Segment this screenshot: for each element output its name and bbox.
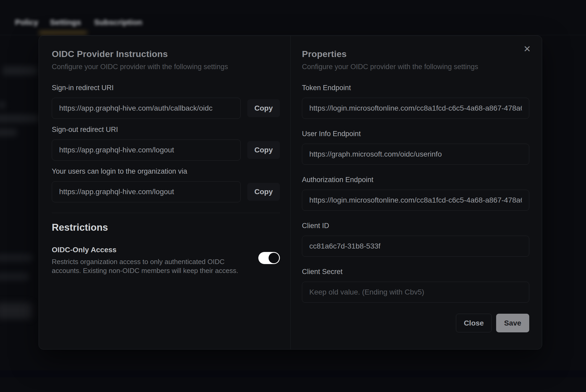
oidc-settings-dialog: ✕ OIDC Provider Instructions Configure y… bbox=[39, 35, 542, 349]
sign-out-redirect-uri-input[interactable] bbox=[52, 140, 241, 161]
blurred-background-text bbox=[0, 115, 39, 122]
sign-in-redirect-uri-row: Copy bbox=[52, 98, 280, 119]
properties-title: Properties bbox=[302, 49, 529, 59]
oidc-only-access-text: OIDC-Only Access Restricts organization … bbox=[52, 246, 251, 275]
properties-subtitle: Configure your OIDC provider with the fo… bbox=[302, 63, 529, 71]
blurred-background-text bbox=[3, 66, 37, 75]
oidc-only-access-description: Restricts organization access to only au… bbox=[52, 257, 251, 275]
user-info-endpoint-label: User Info Endpoint bbox=[302, 130, 529, 137]
close-button[interactable]: Close bbox=[456, 314, 492, 332]
token-endpoint-label: Token Endpoint bbox=[302, 84, 529, 91]
token-endpoint-input[interactable] bbox=[302, 98, 529, 119]
instructions-title: OIDC Provider Instructions bbox=[52, 49, 280, 59]
organization-login-uri-row: Copy bbox=[52, 181, 280, 202]
sign-out-redirect-uri-label: Sign-out redirect URI bbox=[52, 126, 280, 133]
client-id-label: Client ID bbox=[302, 222, 529, 229]
copy-sign-out-uri-button[interactable]: Copy bbox=[247, 141, 280, 159]
blurred-background-text bbox=[0, 129, 17, 136]
user-info-endpoint-row bbox=[302, 144, 529, 165]
blurred-background-text bbox=[0, 254, 33, 262]
properties-column: Properties Configure your OIDC provider … bbox=[291, 36, 542, 349]
active-tab-underline bbox=[39, 32, 87, 34]
blurred-background-bullet bbox=[0, 101, 5, 108]
sign-in-redirect-uri-label: Sign-in redirect URI bbox=[52, 84, 280, 91]
authorization-endpoint-row bbox=[302, 190, 529, 211]
client-id-input[interactable] bbox=[302, 236, 529, 257]
copy-login-uri-button[interactable]: Copy bbox=[247, 183, 280, 201]
sign-out-redirect-uri-row: Copy bbox=[52, 140, 280, 161]
sign-in-redirect-uri-input[interactable] bbox=[52, 98, 241, 119]
tab-settings[interactable]: Settings bbox=[50, 18, 81, 27]
section-divider bbox=[52, 213, 280, 213]
blurred-background-text bbox=[0, 273, 29, 281]
background-bottom-band bbox=[0, 370, 586, 377]
blurred-background-button bbox=[0, 303, 32, 319]
dialog-footer: Close Save bbox=[302, 314, 529, 332]
oidc-only-access-title: OIDC-Only Access bbox=[52, 246, 251, 254]
client-id-row bbox=[302, 236, 529, 257]
oidc-only-access-row: OIDC-Only Access Restricts organization … bbox=[52, 246, 280, 275]
client-secret-row bbox=[302, 282, 529, 303]
authorization-endpoint-label: Authorization Endpoint bbox=[302, 176, 529, 183]
token-endpoint-row bbox=[302, 98, 529, 119]
organization-login-uri-input[interactable] bbox=[52, 181, 241, 202]
save-button[interactable]: Save bbox=[496, 314, 529, 332]
user-info-endpoint-input[interactable] bbox=[302, 144, 529, 165]
close-icon[interactable]: ✕ bbox=[521, 43, 533, 55]
client-secret-label: Client Secret bbox=[302, 268, 529, 275]
oidc-instructions-column: OIDC Provider Instructions Configure you… bbox=[39, 36, 291, 349]
tab-policy[interactable]: Policy bbox=[15, 18, 38, 27]
instructions-subtitle: Configure your OIDC provider with the fo… bbox=[52, 63, 280, 71]
oidc-only-access-toggle[interactable] bbox=[258, 252, 280, 264]
organization-login-uri-label: Your users can login to the organization… bbox=[52, 168, 280, 175]
tab-subscription[interactable]: Subscription bbox=[94, 18, 142, 27]
toggle-knob bbox=[269, 253, 279, 263]
restrictions-heading: Restrictions bbox=[52, 222, 280, 233]
copy-sign-in-uri-button[interactable]: Copy bbox=[247, 99, 280, 117]
background-tabbar: Policy Settings Subscription bbox=[0, 0, 586, 35]
client-secret-input[interactable] bbox=[302, 282, 529, 303]
authorization-endpoint-input[interactable] bbox=[302, 190, 529, 211]
